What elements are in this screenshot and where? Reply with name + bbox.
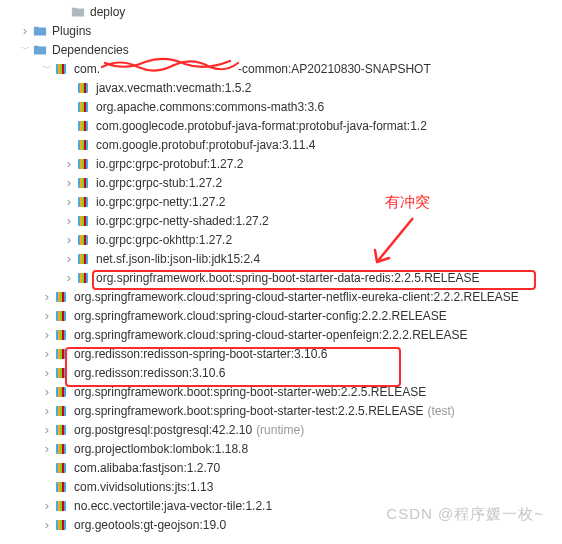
library-icon bbox=[76, 80, 92, 96]
folder-icon bbox=[32, 42, 48, 58]
tree-row-root[interactable]: com.xxxxxxxxxxxxxxxxxxxxxxx-common:AP202… bbox=[0, 59, 562, 78]
library-icon bbox=[76, 232, 92, 248]
library-icon bbox=[54, 308, 70, 324]
tree-row[interactable]: org.redisson:redisson:3.10.6 bbox=[0, 363, 562, 382]
label: deploy bbox=[90, 5, 125, 19]
label: org.springframework.boot:spring-boot-sta… bbox=[74, 404, 424, 418]
chevron-right-icon[interactable] bbox=[18, 23, 32, 38]
label: com.alibaba:fastjson:1.2.70 bbox=[74, 461, 220, 475]
tree-row[interactable]: net.sf.json-lib:json-lib:jdk15:2.4 bbox=[0, 249, 562, 268]
label: com.vividsolutions:jts:1.13 bbox=[74, 480, 213, 494]
chevron-right-icon[interactable] bbox=[62, 156, 76, 171]
tree-row[interactable]: org.springframework.boot:spring-boot-sta… bbox=[0, 401, 562, 420]
chevron-right-icon[interactable] bbox=[40, 289, 54, 304]
folder-icon bbox=[70, 4, 86, 20]
library-icon bbox=[54, 365, 70, 381]
label: no.ecc.vectortile:java-vector-tile:1.2.1 bbox=[74, 499, 272, 513]
chevron-right-icon[interactable] bbox=[62, 232, 76, 247]
folder-icon bbox=[32, 23, 48, 39]
label: org.geotools:gt-geojson:19.0 bbox=[74, 518, 226, 532]
tree-row[interactable]: org.springframework.boot:spring-boot-sta… bbox=[0, 268, 562, 287]
label: io.grpc:grpc-netty-shaded:1.27.2 bbox=[96, 214, 269, 228]
library-icon bbox=[54, 517, 70, 533]
chevron-right-icon[interactable] bbox=[40, 365, 54, 380]
tree-row-deploy[interactable]: deploy bbox=[0, 2, 562, 21]
tree-row[interactable]: org.springframework.cloud:spring-cloud-s… bbox=[0, 325, 562, 344]
tree-row[interactable]: io.grpc:grpc-stub:1.27.2 bbox=[0, 173, 562, 192]
chevron-right-icon[interactable] bbox=[62, 270, 76, 285]
label: net.sf.json-lib:json-lib:jdk15:2.4 bbox=[96, 252, 260, 266]
label: org.redisson:redisson-spring-boot-starte… bbox=[74, 347, 327, 361]
chevron-right-icon[interactable] bbox=[62, 213, 76, 228]
label: Dependencies bbox=[52, 43, 129, 57]
label: org.springframework.boot:spring-boot-sta… bbox=[96, 271, 480, 285]
library-icon bbox=[54, 403, 70, 419]
library-icon bbox=[76, 213, 92, 229]
chevron-right-icon[interactable] bbox=[40, 422, 54, 437]
tree-row[interactable]: javax.vecmath:vecmath:1.5.2 bbox=[0, 78, 562, 97]
label: org.apache.commons:commons-math3:3.6 bbox=[96, 100, 324, 114]
chevron-right-icon[interactable] bbox=[40, 384, 54, 399]
library-icon bbox=[76, 251, 92, 267]
tree-row[interactable]: org.redisson:redisson-spring-boot-starte… bbox=[0, 344, 562, 363]
dependency-tree: deploy Plugins Dependencies com.xxxxxxxx… bbox=[0, 0, 562, 536]
library-icon bbox=[54, 384, 70, 400]
chevron-right-icon[interactable] bbox=[40, 327, 54, 342]
label: org.springframework.cloud:spring-cloud-s… bbox=[74, 328, 468, 342]
tree-row[interactable]: org.springframework.cloud:spring-cloud-s… bbox=[0, 306, 562, 325]
chevron-down-icon[interactable] bbox=[18, 43, 32, 56]
tree-row[interactable]: org.projectlombok:lombok:1.18.8 bbox=[0, 439, 562, 458]
chevron-down-icon[interactable] bbox=[40, 62, 54, 75]
library-icon bbox=[54, 327, 70, 343]
library-icon bbox=[54, 289, 70, 305]
library-icon bbox=[76, 194, 92, 210]
label: org.springframework.cloud:spring-cloud-s… bbox=[74, 309, 447, 323]
chevron-right-icon[interactable] bbox=[62, 175, 76, 190]
label: org.projectlombok:lombok:1.18.8 bbox=[74, 442, 248, 456]
tree-row[interactable]: org.springframework.cloud:spring-cloud-s… bbox=[0, 287, 562, 306]
chevron-right-icon[interactable] bbox=[62, 251, 76, 266]
label: com.google.protobuf:protobuf-java:3.11.4 bbox=[96, 138, 315, 152]
chevron-right-icon[interactable] bbox=[40, 441, 54, 456]
library-icon bbox=[54, 61, 70, 77]
library-icon bbox=[54, 479, 70, 495]
tree-row[interactable]: org.springframework.boot:spring-boot-sta… bbox=[0, 382, 562, 401]
tree-row[interactable]: io.grpc:grpc-okhttp:1.27.2 bbox=[0, 230, 562, 249]
label: org.springframework.boot:spring-boot-sta… bbox=[74, 385, 426, 399]
tree-row[interactable]: com.vividsolutions:jts:1.13 bbox=[0, 477, 562, 496]
library-icon bbox=[54, 498, 70, 514]
chevron-right-icon[interactable] bbox=[40, 517, 54, 532]
label: com.xxxxxxxxxxxxxxxxxxxxxxx-common:AP202… bbox=[74, 62, 431, 76]
label: io.grpc:grpc-netty:1.27.2 bbox=[96, 195, 225, 209]
tree-row[interactable]: org.geotools:gt-geojson:19.0 bbox=[0, 515, 562, 534]
chevron-right-icon[interactable] bbox=[40, 346, 54, 361]
tree-row-plugins[interactable]: Plugins bbox=[0, 21, 562, 40]
tree-row[interactable]: no.ecc.vectortile:java-vector-tile:1.2.1 bbox=[0, 496, 562, 515]
label: org.springframework.cloud:spring-cloud-s… bbox=[74, 290, 519, 304]
chevron-right-icon[interactable] bbox=[40, 498, 54, 513]
tree-row[interactable]: io.grpc:grpc-protobuf:1.27.2 bbox=[0, 154, 562, 173]
chevron-right-icon[interactable] bbox=[40, 308, 54, 323]
chevron-right-icon[interactable] bbox=[62, 194, 76, 209]
tree-row[interactable]: com.google.protobuf:protobuf-java:3.11.4 bbox=[0, 135, 562, 154]
tree-row-dependencies[interactable]: Dependencies bbox=[0, 40, 562, 59]
tree-row[interactable]: com.alibaba:fastjson:1.2.70 bbox=[0, 458, 562, 477]
tree-row[interactable]: org.apache.commons:commons-math3:3.6 bbox=[0, 97, 562, 116]
library-icon bbox=[54, 346, 70, 362]
tree-row[interactable]: org.postgresql:postgresql:42.2.10(runtim… bbox=[0, 420, 562, 439]
library-icon bbox=[76, 118, 92, 134]
scope-note: (test) bbox=[428, 404, 455, 418]
label: org.redisson:redisson:3.10.6 bbox=[74, 366, 225, 380]
library-icon bbox=[76, 270, 92, 286]
tree-row[interactable]: com.googlecode.protobuf-java-format:prot… bbox=[0, 116, 562, 135]
library-icon bbox=[54, 460, 70, 476]
chevron-right-icon[interactable] bbox=[40, 403, 54, 418]
label: javax.vecmath:vecmath:1.5.2 bbox=[96, 81, 251, 95]
tree-row[interactable]: io.grpc:grpc-netty-shaded:1.27.2 bbox=[0, 211, 562, 230]
library-icon bbox=[76, 156, 92, 172]
label: Plugins bbox=[52, 24, 91, 38]
label: com.googlecode.protobuf-java-format:prot… bbox=[96, 119, 427, 133]
library-icon bbox=[54, 422, 70, 438]
label: io.grpc:grpc-stub:1.27.2 bbox=[96, 176, 222, 190]
tree-row[interactable]: io.grpc:grpc-netty:1.27.2 bbox=[0, 192, 562, 211]
